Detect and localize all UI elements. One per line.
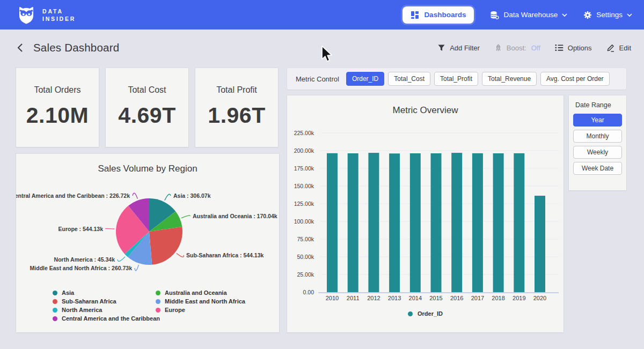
x-tick-label-2019: 2019 bbox=[513, 295, 525, 301]
kpi-card-2: Total Cost4.69T bbox=[106, 68, 188, 147]
pie-label-asia: Asia : 306.07k bbox=[173, 192, 211, 199]
x-tick-label-2011: 2011 bbox=[347, 295, 360, 301]
pie-label-sub-saharan-africa: Sub-Saharan Africa : 544.13k bbox=[186, 252, 264, 258]
chevron-left-icon bbox=[17, 43, 23, 53]
pencil-icon bbox=[606, 43, 615, 52]
bar-chart-legend[interactable]: Order_ID bbox=[287, 310, 564, 317]
legend-label: Middle East and North Africa bbox=[165, 298, 245, 305]
metric-button-order-id[interactable]: Order_ID bbox=[346, 72, 384, 86]
pie-chart[interactable]: Asia : 306.07kAustralia and Oceania : 17… bbox=[16, 186, 279, 286]
pie-label-north-america: North America : 45.34k bbox=[54, 256, 115, 263]
bar-chart-card: 0.0025.00k50.00k75.00k100.00k125.00k150.… bbox=[287, 95, 564, 332]
options-button[interactable]: Options bbox=[555, 44, 592, 52]
legend-dot bbox=[53, 291, 57, 295]
brand-text: DATA INSIDER bbox=[42, 8, 76, 23]
pie-chart-card: Sales Volume by Region Asia : 306.07kAus… bbox=[16, 154, 279, 332]
nav-data-warehouse[interactable]: Data Warehouse bbox=[490, 11, 567, 19]
bar-2018[interactable] bbox=[493, 153, 504, 292]
legend-dot bbox=[53, 308, 57, 313]
bar-2017[interactable] bbox=[472, 153, 483, 292]
pie-slice-sub-saharan-africa[interactable] bbox=[149, 227, 182, 265]
pie-legend-item-sub-saharan-africa[interactable]: Sub-Saharan Africa bbox=[53, 298, 116, 305]
metric-button-total-cost[interactable]: Total_Cost bbox=[388, 72, 430, 86]
kpi-label: Total Cost bbox=[128, 85, 166, 95]
mouse-cursor bbox=[320, 45, 333, 63]
nav-dashboards[interactable]: Dashboards bbox=[402, 6, 474, 24]
y-tick-label: 175.00k bbox=[294, 165, 314, 172]
bar-2014[interactable] bbox=[410, 153, 421, 292]
list-options-icon bbox=[555, 44, 564, 51]
bar-2020[interactable] bbox=[535, 196, 545, 292]
kpi-value: 4.69T bbox=[118, 103, 175, 128]
pie-chart-title: Sales Volume by Region bbox=[16, 164, 279, 174]
kpi-card-3: Total Profit1.96T bbox=[195, 68, 278, 147]
date-range-button-weekly[interactable]: Weekly bbox=[573, 146, 622, 159]
legend-dot bbox=[156, 308, 160, 313]
boost-toggle[interactable]: Boost: Off bbox=[494, 44, 540, 52]
date-range-panel: Date Range YearMonthlyWeeklyWeek Date bbox=[569, 95, 626, 190]
options-label: Options bbox=[568, 44, 592, 52]
date-range-button-monthly[interactable]: Monthly bbox=[573, 130, 622, 143]
metric-button-total-revenue[interactable]: Total_Revenue bbox=[482, 72, 537, 86]
bar-2015[interactable] bbox=[431, 153, 442, 292]
y-tick-label: 125.00k bbox=[294, 201, 314, 207]
kpi-cards: Total Orders2.10MTotal Cost4.69TTotal Pr… bbox=[16, 68, 279, 147]
nav-settings[interactable]: Settings bbox=[583, 11, 632, 19]
edit-button[interactable]: Edit bbox=[606, 43, 631, 52]
pie-legend-item-asia[interactable]: Asia bbox=[53, 289, 74, 296]
pie-label-central-america-and-the-caribbean: Central America and the Caribbean : 226.… bbox=[16, 192, 130, 199]
legend-label: Sub-Saharan Africa bbox=[62, 298, 116, 305]
metric-button-total-profit[interactable]: Total_Profit bbox=[434, 72, 478, 86]
nav-data-warehouse-label: Data Warehouse bbox=[503, 11, 558, 19]
bar-2016[interactable] bbox=[451, 153, 462, 292]
date-range-button-year[interactable]: Year bbox=[573, 114, 622, 127]
database-icon bbox=[490, 11, 499, 19]
add-filter-button[interactable]: Add Filter bbox=[437, 44, 480, 52]
pie-leader-line bbox=[165, 194, 171, 200]
boost-label: Boost: bbox=[507, 44, 526, 52]
brand-line2: INSIDER bbox=[42, 15, 76, 23]
boost-value: Off bbox=[531, 44, 540, 52]
pie-legend: AsiaSub-Saharan AfricaNorth AmericaCentr… bbox=[16, 287, 279, 324]
bar-2019[interactable] bbox=[514, 153, 524, 292]
bar-chart[interactable]: 0.0025.00k50.00k75.00k100.00k125.00k150.… bbox=[287, 95, 564, 332]
owl-logo-icon bbox=[16, 5, 36, 25]
pie-leader-line bbox=[181, 216, 190, 218]
pie-leader-line bbox=[177, 253, 184, 257]
x-tick-label-2010: 2010 bbox=[326, 295, 339, 301]
y-tick-label: 200.00k bbox=[294, 147, 314, 154]
brand-line1: DATA bbox=[42, 8, 76, 15]
bar-chart-title: Metric Overview bbox=[287, 105, 564, 116]
y-tick-label: 50.00k bbox=[297, 254, 314, 260]
x-tick-label-2012: 2012 bbox=[367, 295, 380, 301]
pie-legend-item-middle-east-and-north-africa[interactable]: Middle East and North Africa bbox=[156, 298, 245, 305]
kpi-label: Total Orders bbox=[34, 85, 80, 95]
date-range-buttons: YearMonthlyWeeklyWeek Date bbox=[569, 114, 626, 175]
metric-button-avg-cost-per-order[interactable]: Avg. Cost per Order bbox=[540, 72, 610, 86]
bar-2011[interactable] bbox=[348, 153, 358, 292]
pie-legend-item-europe[interactable]: Europe bbox=[156, 306, 185, 314]
metric-control-bar: Metric Control Order_IDTotal_CostTotal_P… bbox=[287, 68, 626, 90]
legend-label: Asia bbox=[62, 289, 74, 296]
pie-leader-line bbox=[118, 257, 125, 261]
legend-dot bbox=[408, 311, 413, 316]
metric-control-buttons: Order_IDTotal_CostTotal_ProfitTotal_Reve… bbox=[346, 72, 610, 86]
bar-2010[interactable] bbox=[327, 153, 338, 292]
pie-label-europe: Europe : 544.13k bbox=[58, 226, 104, 232]
bar-2012[interactable] bbox=[368, 153, 379, 292]
chevron-down-icon bbox=[627, 13, 632, 17]
nav-dashboards-label: Dashboards bbox=[424, 11, 466, 19]
pie-legend-item-central-america-and-the-caribbean[interactable]: Central America and the Caribbean bbox=[53, 315, 160, 322]
legend-dot bbox=[53, 316, 57, 321]
rocket-icon bbox=[494, 44, 502, 52]
x-tick-label-2018: 2018 bbox=[492, 295, 504, 301]
pie-label-middle-east-and-north-africa: Middle East and North Africa : 260.73k bbox=[30, 265, 133, 271]
date-range-button-week-date[interactable]: Week Date bbox=[573, 162, 622, 175]
topbar: DATA INSIDER Dashboards bbox=[0, 0, 644, 29]
bar-2013[interactable] bbox=[389, 153, 400, 292]
pie-legend-item-north-america[interactable]: North America bbox=[53, 306, 102, 314]
legend-label: North America bbox=[62, 307, 102, 313]
pie-legend-item-australia-and-oceania[interactable]: Australia and Oceania bbox=[156, 289, 227, 296]
back-button[interactable] bbox=[16, 42, 24, 54]
pie-leader-line bbox=[106, 228, 115, 229]
